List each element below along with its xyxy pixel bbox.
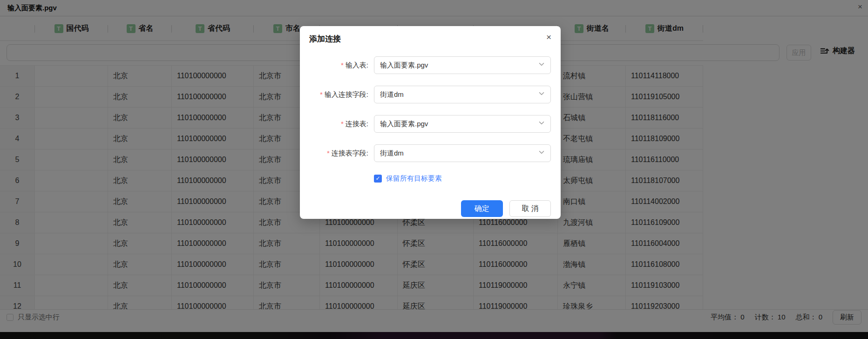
join-table-label: *连接表: <box>300 120 368 129</box>
keep-all-target-features-label[interactable]: 保留所有目标要素 <box>386 174 442 183</box>
input-table-label: *输入表: <box>300 61 368 70</box>
required-asterisk: * <box>341 120 344 128</box>
chevron-down-icon <box>538 120 545 128</box>
select-value: 输入面要素.pgv <box>380 61 538 70</box>
input-join-field-select[interactable]: 街道dm <box>374 86 551 103</box>
required-asterisk: * <box>327 149 330 157</box>
ok-button[interactable]: 确定 <box>461 200 503 217</box>
join-table-field-select[interactable]: 街道dm <box>374 144 551 162</box>
select-value: 街道dm <box>380 90 538 99</box>
keep-all-target-features-checkbox[interactable]: ✓ <box>374 175 382 183</box>
required-asterisk: * <box>320 90 323 98</box>
chevron-down-icon <box>538 61 545 69</box>
join-table-field-label: *连接表字段: <box>300 149 368 158</box>
input-table-field-row: *输入表:输入面要素.pgv <box>300 56 561 74</box>
dialog-form: *输入表:输入面要素.pgv*输入连接字段:街道dm*连接表:输入面要素.pgv… <box>300 56 561 183</box>
add-join-dialog: 添加连接 × *输入表:输入面要素.pgv*输入连接字段:街道dm*连接表:输入… <box>300 26 561 219</box>
cancel-button[interactable]: 取 消 <box>509 200 551 217</box>
keep-all-target-features-row: ✓保留所有目标要素 <box>374 174 561 183</box>
chevron-down-icon <box>538 149 545 157</box>
dialog-title: 添加连接 <box>309 34 341 44</box>
join-table-field-field-row: *连接表字段:街道dm <box>300 144 561 162</box>
required-asterisk: * <box>341 61 344 69</box>
dialog-close-icon[interactable]: × <box>546 33 551 41</box>
input-table-select[interactable]: 输入面要素.pgv <box>374 56 551 74</box>
select-value: 街道dm <box>380 149 538 158</box>
join-table-field-row: *连接表:输入面要素.pgv <box>300 115 561 133</box>
chevron-down-icon <box>538 90 545 99</box>
join-table-select[interactable]: 输入面要素.pgv <box>374 115 551 133</box>
select-value: 输入面要素.pgv <box>380 120 538 129</box>
input-join-field-field-row: *输入连接字段:街道dm <box>300 86 561 103</box>
input-join-field-label: *输入连接字段: <box>300 90 368 99</box>
